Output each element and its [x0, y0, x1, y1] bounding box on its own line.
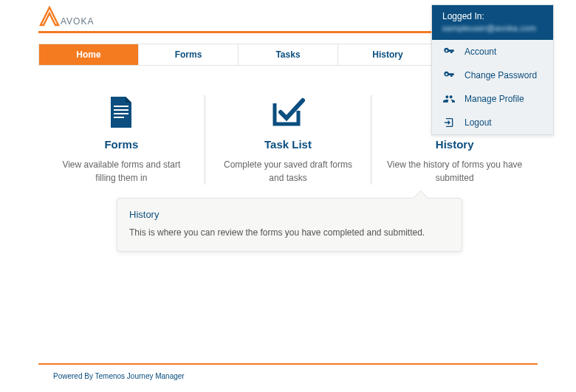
- footer-divider: [38, 363, 538, 365]
- card-forms-desc: View available forms and start filling t…: [52, 158, 191, 185]
- menu-item-change-password[interactable]: Change Password: [432, 63, 553, 87]
- footer-text: Powered By Temenos Journey Manager: [38, 372, 538, 380]
- logo-icon: [38, 6, 61, 27]
- nav-tasks[interactable]: Tasks: [239, 44, 338, 65]
- nav-history[interactable]: History: [338, 44, 438, 65]
- logged-in-email: sampleuser@avoka.com: [442, 24, 543, 32]
- card-forms[interactable]: Forms View available forms and start fil…: [38, 95, 205, 185]
- user-menu-header: Logged In: sampleuser@avoka.com: [432, 5, 553, 40]
- menu-item-change-password-label: Change Password: [464, 70, 537, 80]
- card-tasks-desc: Complete your saved draft forms and task…: [219, 158, 358, 185]
- card-forms-title: Forms: [52, 138, 191, 151]
- menu-item-account-label: Account: [464, 47, 496, 57]
- nav-home[interactable]: Home: [39, 44, 139, 65]
- card-history-title: History: [385, 138, 524, 151]
- history-tooltip: History This is where you can review the…: [117, 198, 462, 252]
- card-history-desc: View the history of forms you have submi…: [385, 158, 524, 185]
- menu-item-logout-label: Logout: [464, 117, 492, 128]
- forms-icon: [52, 95, 191, 129]
- user-menu: Logged In: sampleuser@avoka.com Account …: [431, 4, 554, 135]
- card-tasks[interactable]: Task List Complete your saved draft form…: [205, 95, 372, 185]
- menu-item-logout[interactable]: Logout: [432, 111, 553, 134]
- menu-item-manage-profile[interactable]: Manage Profile: [432, 87, 553, 111]
- key-icon: [442, 46, 456, 58]
- tasks-icon: [219, 95, 358, 129]
- tooltip-title: History: [129, 209, 450, 220]
- tooltip-body: This is where you can review the forms y…: [129, 227, 450, 238]
- key-icon: [442, 69, 456, 81]
- footer: Powered By Temenos Journey Manager: [38, 363, 538, 380]
- menu-item-account[interactable]: Account: [432, 40, 553, 63]
- logged-in-label: Logged In:: [442, 11, 543, 21]
- users-icon: [442, 93, 456, 105]
- card-tasks-title: Task List: [219, 138, 358, 151]
- logout-icon: [442, 117, 456, 128]
- menu-item-manage-profile-label: Manage Profile: [464, 94, 524, 104]
- nav-forms[interactable]: Forms: [139, 44, 239, 65]
- brand-name: AVOKA: [61, 16, 94, 27]
